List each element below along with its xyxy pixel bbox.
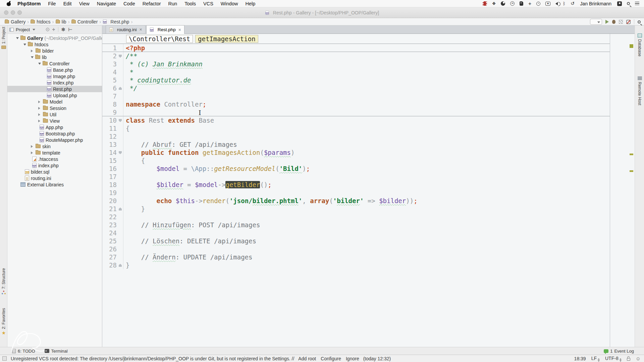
keyboard-icon[interactable]: ★ [545, 2, 550, 6]
vcs-action-add-root[interactable]: Add root [298, 356, 316, 361]
editor-tab-Rest-php[interactable]: phpRest.php× [146, 25, 184, 34]
code-line[interactable]: 22 [102, 213, 635, 221]
dropbox-icon[interactable]: ❖ [492, 1, 496, 6]
code-line[interactable]: 2/** [102, 52, 635, 60]
code-line[interactable]: 4 * [102, 68, 635, 76]
code-line[interactable]: 5 * codingtutor.de [102, 76, 635, 84]
code-line[interactable]: 23 // Hinzufügen: POST /api/images [102, 221, 635, 229]
tree-item-Util[interactable]: Util [7, 111, 102, 118]
hide-panel-icon[interactable]: ⊢ [68, 27, 72, 32]
code-line[interactable]: 10class Rest extends Base [102, 116, 635, 124]
code-editor[interactable]: \Controller\Rest getImagesAction 1<?php2… [102, 34, 635, 347]
run-button[interactable] [605, 20, 609, 24]
vcs-action-configure[interactable]: Configure [321, 356, 341, 361]
project-panel-header[interactable]: Project ÷ ✱ ⊢ [7, 25, 102, 34]
tree-item-Bootstrap-php[interactable]: phpBootstrap.php [7, 130, 102, 137]
code-line[interactable]: 14 public function getImagesAction($para… [102, 148, 635, 157]
tool-window-button-project[interactable]: 1: Project [0, 27, 7, 49]
tree-item-bilder-sql[interactable]: SQLbilder.sql [7, 169, 102, 175]
search-everywhere-icon[interactable] [638, 20, 641, 23]
code-line[interactable]: 8namespace Controller; [102, 100, 635, 108]
collapsed-arrow-icon[interactable] [31, 152, 33, 154]
menu-run[interactable]: Run [165, 1, 181, 6]
tree-item-Base-php[interactable]: phpBase.php [7, 67, 102, 73]
collapsed-arrow-icon[interactable] [38, 107, 40, 110]
expanded-arrow-icon[interactable] [16, 37, 19, 39]
collapsed-arrow-icon[interactable] [38, 120, 40, 122]
fold-marker-icon[interactable] [119, 151, 122, 154]
tree-item-External-Libraries[interactable]: External Libraries [7, 181, 102, 188]
tool-window-button-structure[interactable]: 7: Structure [0, 268, 7, 295]
tree-item-index-php[interactable]: phpindex.php [7, 162, 102, 169]
error-stripe-mark[interactable] [630, 170, 633, 172]
tree-item-template[interactable]: template [7, 149, 102, 156]
code-line[interactable]: 17 [102, 173, 635, 181]
code-line[interactable]: 16 $model = \App::getResourceModel('Bild… [102, 165, 635, 173]
breadcrumb-method-chip[interactable]: getImagesAction [195, 35, 258, 43]
coverage-button[interactable] [619, 20, 623, 24]
gear-icon[interactable]: ✱ [61, 27, 65, 32]
code-line[interactable]: 7 [102, 92, 635, 100]
spotlight-icon[interactable] [627, 2, 630, 5]
line-separator-selector[interactable]: LF [591, 356, 600, 362]
tree-item--htaccess[interactable]: .htaccess [7, 156, 102, 162]
menu-vcs[interactable]: VCS [200, 1, 217, 6]
tree-item-routing-ini[interactable]: routing.ini [7, 175, 102, 181]
plus-icon[interactable]: + [528, 1, 531, 6]
tree-item-Rest-php[interactable]: phpRest.php [7, 86, 102, 92]
tree-item-skin[interactable]: skin [7, 143, 102, 149]
evernote-icon[interactable] [520, 1, 523, 6]
code-line[interactable]: 18 $bilder = $model->getBilder(); [102, 181, 635, 189]
lock-icon[interactable] [627, 358, 630, 361]
tree-item-Image-php[interactable]: phpImage.php [7, 73, 102, 79]
fold-marker-icon[interactable] [119, 87, 122, 90]
collapse-all-icon[interactable]: ÷ [52, 27, 55, 32]
breadcrumb-item[interactable]: Controller [71, 19, 99, 24]
menu-user-name[interactable]: Jan Brinkmann [580, 1, 612, 6]
tree-item-Session[interactable]: Session [7, 105, 102, 111]
code-line[interactable]: 6 */ [102, 84, 635, 92]
breadcrumb-item[interactable]: lib [55, 19, 67, 24]
tool-window-button-terminal[interactable]: Terminal [45, 349, 68, 354]
locate-file-icon[interactable] [46, 28, 49, 31]
code-line[interactable]: 9 [102, 108, 635, 116]
tree-item-Index-php[interactable]: phpIndex.php [7, 79, 102, 86]
creative-cloud-icon[interactable]: ∞ [510, 1, 515, 6]
time-machine-icon[interactable]: ↺ [571, 1, 575, 6]
encoding-selector[interactable]: UTF-8 [605, 356, 622, 362]
volume-icon[interactable] [555, 2, 558, 5]
code-line[interactable]: 26 [102, 245, 635, 253]
fold-marker-icon[interactable] [119, 207, 122, 210]
expanded-arrow-icon[interactable] [31, 56, 34, 58]
tool-window-button-remote[interactable]: Remote Host [635, 76, 644, 105]
code-line[interactable]: 28} [102, 261, 635, 269]
notification-center-icon[interactable] [635, 2, 639, 5]
debug-button[interactable] [612, 20, 615, 24]
breadcrumb-class-chip[interactable]: \Controller\Rest [126, 35, 193, 43]
expanded-arrow-icon[interactable] [23, 44, 26, 46]
menu-file[interactable]: File [44, 1, 59, 6]
vcs-action-ignore[interactable]: Ignore [346, 356, 359, 361]
code-line[interactable]: 13 // Abruf: GET /api/images [102, 140, 635, 148]
tree-item-lib[interactable]: lib [7, 54, 102, 60]
film-icon[interactable] [483, 1, 487, 6]
tool-window-button-todo[interactable]: 6: TODO [12, 349, 35, 354]
expanded-arrow-icon[interactable] [38, 63, 41, 65]
code-line[interactable]: 27 // Ändern: UPDATE /api/images [102, 253, 635, 261]
code-line[interactable]: 25 // Löschen: DELETE /api/images [102, 237, 635, 245]
menu-tools[interactable]: Tools [181, 1, 200, 6]
tree-item-Model[interactable]: Model [7, 99, 102, 105]
collapsed-arrow-icon[interactable] [31, 50, 33, 52]
code-line[interactable]: 19 [102, 189, 635, 197]
bluetooth-icon[interactable]: ᛒ [563, 1, 566, 6]
inspection-status-square[interactable] [630, 44, 633, 48]
menu-help[interactable]: Help [241, 1, 259, 6]
breadcrumb-item[interactable]: htdocs [30, 19, 51, 24]
chevron-down-icon[interactable] [33, 29, 35, 31]
tree-item-App-php[interactable]: phpApp.php [7, 124, 102, 130]
menu-view[interactable]: View [75, 1, 93, 6]
editor-tab-routing-ini[interactable]: routing.ini× [106, 25, 146, 34]
menu-refactor[interactable]: Refactor [139, 1, 165, 6]
tree-item-Upload-php[interactable]: phpUpload.php [7, 92, 102, 99]
tree-item-View[interactable]: View [7, 118, 102, 124]
